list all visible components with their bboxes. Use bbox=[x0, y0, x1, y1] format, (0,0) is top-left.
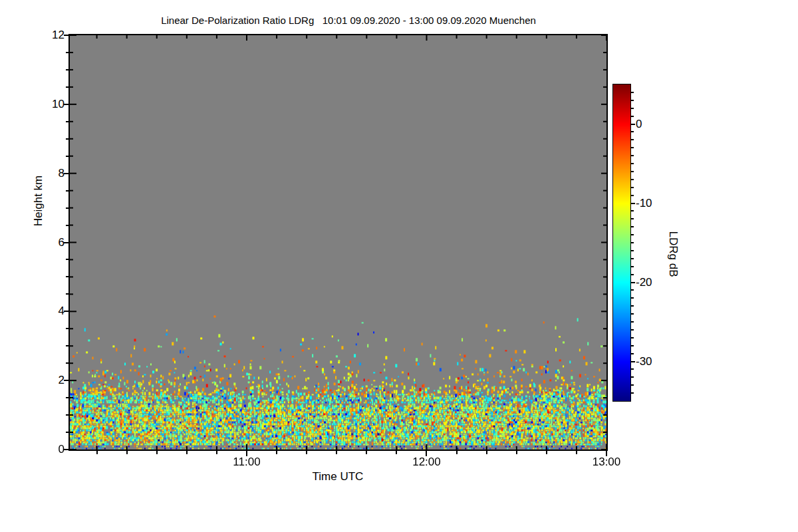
colorbar-label: LDRg dB bbox=[666, 188, 680, 321]
x-tick-mark bbox=[276, 451, 277, 454]
colorbar-tick-label: -10 bbox=[636, 197, 666, 210]
colorbar-tick-mark bbox=[631, 258, 634, 259]
y-tick-label: 2 bbox=[21, 374, 65, 387]
y-tick-label: 8 bbox=[21, 167, 65, 180]
y-tick-mark bbox=[64, 35, 68, 36]
colorbar-tick-mark bbox=[631, 361, 635, 362]
colorbar-tick-mark bbox=[631, 163, 634, 164]
colorbar-tick-mark bbox=[631, 131, 634, 132]
plot-title: Linear De-Polarization Ratio LDRg 10:01 … bbox=[82, 15, 614, 26]
colorbar-tick-mark bbox=[631, 289, 634, 291]
x-tick-mark bbox=[336, 451, 337, 454]
y-tick-mark bbox=[66, 345, 68, 346]
colorbar-tick-mark bbox=[631, 321, 634, 323]
x-tick-label: 13:00 bbox=[583, 456, 630, 469]
colorbar-tick-mark bbox=[631, 108, 634, 109]
y-tick-mark bbox=[66, 276, 68, 277]
y-tick-mark bbox=[66, 362, 68, 364]
colorbar-tick-mark bbox=[631, 250, 634, 251]
x-tick-mark bbox=[456, 451, 458, 454]
x-tick-mark bbox=[486, 451, 487, 454]
y-tick-mark bbox=[66, 432, 68, 433]
colorbar-tick-mark bbox=[631, 305, 634, 307]
heatmap-canvas bbox=[70, 35, 606, 450]
y-tick-mark bbox=[66, 328, 68, 329]
y-tick-mark bbox=[64, 311, 68, 312]
x-tick-label: 12:00 bbox=[403, 456, 450, 469]
y-tick-mark bbox=[66, 397, 68, 398]
colorbar-tick-mark bbox=[631, 226, 634, 227]
y-tick-mark bbox=[66, 121, 68, 122]
colorbar-tick-mark bbox=[631, 353, 634, 354]
colorbar-tick-mark bbox=[631, 139, 634, 140]
colorbar-tick-mark bbox=[631, 147, 634, 148]
colorbar-tick-mark bbox=[631, 297, 634, 299]
colorbar-tick-mark bbox=[631, 384, 634, 386]
y-tick-mark bbox=[64, 173, 68, 174]
colorbar-tick-mark bbox=[631, 116, 634, 117]
x-tick-mark bbox=[216, 451, 217, 454]
y-tick-mark bbox=[66, 414, 68, 416]
y-tick-mark bbox=[66, 69, 68, 70]
x-tick-mark bbox=[366, 451, 367, 454]
colorbar-tick-mark bbox=[631, 242, 634, 243]
y-tick-mark bbox=[66, 52, 68, 53]
y-tick-mark bbox=[64, 242, 68, 243]
colorbar-tick-mark bbox=[631, 337, 634, 338]
colorbar-tick-mark bbox=[631, 210, 634, 211]
x-axis-label: Time UTC bbox=[271, 470, 404, 483]
colorbar-tick-mark bbox=[631, 368, 634, 370]
colorbar-tick-mark bbox=[631, 155, 634, 156]
y-tick-mark bbox=[66, 190, 68, 192]
colorbar-tick-mark bbox=[631, 179, 634, 180]
x-tick-mark bbox=[546, 451, 547, 454]
x-tick-mark bbox=[516, 451, 517, 454]
colorbar bbox=[612, 84, 631, 402]
colorbar-tick-mark bbox=[631, 100, 634, 101]
colorbar-tick-label: -20 bbox=[636, 276, 666, 289]
colorbar-tick-mark bbox=[631, 92, 634, 93]
y-tick-mark bbox=[66, 259, 68, 260]
colorbar-tick-mark bbox=[631, 329, 634, 331]
colorbar-tick-mark bbox=[631, 195, 634, 196]
colorbar-tick-mark bbox=[631, 266, 634, 267]
y-tick-mark bbox=[66, 207, 68, 209]
colorbar-tick-mark bbox=[631, 203, 635, 204]
x-tick-mark bbox=[576, 451, 577, 454]
y-tick-label: 10 bbox=[21, 98, 65, 111]
x-tick-label: 11:00 bbox=[223, 456, 270, 469]
ldr-quicklook-figure: Linear De-Polarization Ratio LDRg 10:01 … bbox=[0, 0, 798, 532]
plot-area bbox=[68, 34, 608, 451]
y-tick-mark bbox=[66, 293, 68, 295]
x-tick-mark bbox=[126, 451, 128, 454]
y-tick-mark bbox=[66, 225, 68, 226]
colorbar-tick-mark bbox=[631, 313, 634, 315]
colorbar-tick-label: 0 bbox=[636, 118, 666, 131]
colorbar-tick-mark bbox=[631, 234, 634, 235]
y-tick-label: 12 bbox=[21, 29, 65, 42]
y-tick-mark bbox=[66, 156, 68, 157]
y-tick-mark bbox=[66, 138, 68, 140]
x-tick-mark bbox=[186, 451, 188, 454]
x-tick-mark bbox=[306, 451, 307, 454]
y-tick-label: 0 bbox=[21, 443, 65, 456]
colorbar-tick-mark bbox=[631, 124, 635, 125]
y-tick-mark bbox=[66, 86, 68, 88]
colorbar-tick-mark bbox=[631, 274, 634, 275]
colorbar-gradient bbox=[613, 84, 630, 401]
y-tick-mark bbox=[64, 104, 68, 105]
x-tick-mark bbox=[156, 451, 158, 454]
x-tick-mark bbox=[96, 451, 98, 454]
y-tick-mark bbox=[64, 449, 68, 450]
colorbar-tick-mark bbox=[631, 171, 634, 172]
colorbar-tick-mark bbox=[631, 392, 634, 394]
y-tick-label: 6 bbox=[21, 236, 65, 249]
x-tick-mark bbox=[396, 451, 397, 454]
colorbar-tick-mark bbox=[631, 187, 634, 188]
y-tick-label: 4 bbox=[21, 305, 65, 318]
colorbar-tick-mark bbox=[631, 345, 634, 346]
y-tick-mark bbox=[64, 380, 68, 381]
colorbar-tick-mark bbox=[631, 282, 635, 283]
colorbar-tick-mark bbox=[631, 218, 634, 219]
colorbar-tick-label: -30 bbox=[636, 355, 666, 368]
